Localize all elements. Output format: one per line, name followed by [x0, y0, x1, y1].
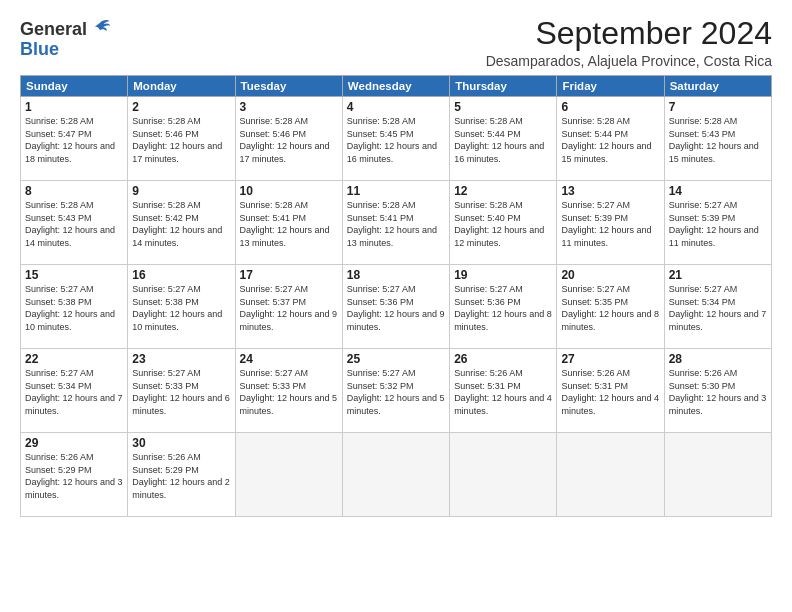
page: General Blue September 2024 Desamparados…: [0, 0, 792, 612]
calendar-cell: 27Sunrise: 5:26 AMSunset: 5:31 PMDayligh…: [557, 349, 664, 433]
day-number: 10: [240, 184, 338, 198]
day-info: Sunrise: 5:26 AMSunset: 5:29 PMDaylight:…: [25, 451, 123, 501]
calendar-week-row: 29Sunrise: 5:26 AMSunset: 5:29 PMDayligh…: [21, 433, 772, 517]
day-number: 11: [347, 184, 445, 198]
day-info: Sunrise: 5:27 AMSunset: 5:35 PMDaylight:…: [561, 283, 659, 333]
calendar-cell: 21Sunrise: 5:27 AMSunset: 5:34 PMDayligh…: [664, 265, 771, 349]
day-info: Sunrise: 5:28 AMSunset: 5:41 PMDaylight:…: [240, 199, 338, 249]
day-info: Sunrise: 5:27 AMSunset: 5:34 PMDaylight:…: [25, 367, 123, 417]
calendar-cell: 2Sunrise: 5:28 AMSunset: 5:46 PMDaylight…: [128, 97, 235, 181]
day-number: 27: [561, 352, 659, 366]
calendar-header-row: Sunday Monday Tuesday Wednesday Thursday…: [21, 76, 772, 97]
day-number: 28: [669, 352, 767, 366]
day-number: 9: [132, 184, 230, 198]
day-info: Sunrise: 5:27 AMSunset: 5:37 PMDaylight:…: [240, 283, 338, 333]
day-number: 20: [561, 268, 659, 282]
day-info: Sunrise: 5:27 AMSunset: 5:32 PMDaylight:…: [347, 367, 445, 417]
calendar-cell: 14Sunrise: 5:27 AMSunset: 5:39 PMDayligh…: [664, 181, 771, 265]
day-info: Sunrise: 5:28 AMSunset: 5:40 PMDaylight:…: [454, 199, 552, 249]
header-friday: Friday: [557, 76, 664, 97]
day-number: 26: [454, 352, 552, 366]
calendar-cell: 7Sunrise: 5:28 AMSunset: 5:43 PMDaylight…: [664, 97, 771, 181]
day-number: 15: [25, 268, 123, 282]
calendar-cell: 10Sunrise: 5:28 AMSunset: 5:41 PMDayligh…: [235, 181, 342, 265]
day-number: 5: [454, 100, 552, 114]
header-saturday: Saturday: [664, 76, 771, 97]
day-number: 16: [132, 268, 230, 282]
calendar-cell: 12Sunrise: 5:28 AMSunset: 5:40 PMDayligh…: [450, 181, 557, 265]
calendar-cell: 15Sunrise: 5:27 AMSunset: 5:38 PMDayligh…: [21, 265, 128, 349]
location-subtitle: Desamparados, Alajuela Province, Costa R…: [486, 53, 772, 69]
calendar-week-row: 22Sunrise: 5:27 AMSunset: 5:34 PMDayligh…: [21, 349, 772, 433]
logo-bird-icon: [89, 17, 111, 39]
day-number: 4: [347, 100, 445, 114]
day-number: 12: [454, 184, 552, 198]
calendar-table: Sunday Monday Tuesday Wednesday Thursday…: [20, 75, 772, 517]
day-number: 1: [25, 100, 123, 114]
day-info: Sunrise: 5:27 AMSunset: 5:36 PMDaylight:…: [454, 283, 552, 333]
day-number: 24: [240, 352, 338, 366]
calendar-week-row: 8Sunrise: 5:28 AMSunset: 5:43 PMDaylight…: [21, 181, 772, 265]
day-info: Sunrise: 5:26 AMSunset: 5:29 PMDaylight:…: [132, 451, 230, 501]
calendar-cell: 26Sunrise: 5:26 AMSunset: 5:31 PMDayligh…: [450, 349, 557, 433]
calendar-cell: 5Sunrise: 5:28 AMSunset: 5:44 PMDaylight…: [450, 97, 557, 181]
calendar-cell: 4Sunrise: 5:28 AMSunset: 5:45 PMDaylight…: [342, 97, 449, 181]
day-info: Sunrise: 5:28 AMSunset: 5:47 PMDaylight:…: [25, 115, 123, 165]
calendar-cell: [450, 433, 557, 517]
header: General Blue September 2024 Desamparados…: [20, 16, 772, 69]
day-info: Sunrise: 5:28 AMSunset: 5:45 PMDaylight:…: [347, 115, 445, 165]
day-number: 3: [240, 100, 338, 114]
day-info: Sunrise: 5:28 AMSunset: 5:46 PMDaylight:…: [132, 115, 230, 165]
day-info: Sunrise: 5:28 AMSunset: 5:41 PMDaylight:…: [347, 199, 445, 249]
day-number: 6: [561, 100, 659, 114]
calendar-cell: 28Sunrise: 5:26 AMSunset: 5:30 PMDayligh…: [664, 349, 771, 433]
day-info: Sunrise: 5:26 AMSunset: 5:31 PMDaylight:…: [561, 367, 659, 417]
day-number: 18: [347, 268, 445, 282]
header-thursday: Thursday: [450, 76, 557, 97]
day-info: Sunrise: 5:28 AMSunset: 5:46 PMDaylight:…: [240, 115, 338, 165]
title-block: September 2024 Desamparados, Alajuela Pr…: [486, 16, 772, 69]
day-number: 7: [669, 100, 767, 114]
day-number: 13: [561, 184, 659, 198]
day-info: Sunrise: 5:26 AMSunset: 5:31 PMDaylight:…: [454, 367, 552, 417]
header-tuesday: Tuesday: [235, 76, 342, 97]
calendar-cell: 24Sunrise: 5:27 AMSunset: 5:33 PMDayligh…: [235, 349, 342, 433]
day-number: 29: [25, 436, 123, 450]
calendar-week-row: 1Sunrise: 5:28 AMSunset: 5:47 PMDaylight…: [21, 97, 772, 181]
calendar-cell: 3Sunrise: 5:28 AMSunset: 5:46 PMDaylight…: [235, 97, 342, 181]
calendar-cell: 20Sunrise: 5:27 AMSunset: 5:35 PMDayligh…: [557, 265, 664, 349]
day-number: 22: [25, 352, 123, 366]
day-info: Sunrise: 5:27 AMSunset: 5:33 PMDaylight:…: [132, 367, 230, 417]
calendar-cell: [342, 433, 449, 517]
day-info: Sunrise: 5:27 AMSunset: 5:39 PMDaylight:…: [669, 199, 767, 249]
calendar-cell: 8Sunrise: 5:28 AMSunset: 5:43 PMDaylight…: [21, 181, 128, 265]
day-info: Sunrise: 5:27 AMSunset: 5:33 PMDaylight:…: [240, 367, 338, 417]
day-number: 21: [669, 268, 767, 282]
calendar-cell: [664, 433, 771, 517]
day-number: 2: [132, 100, 230, 114]
day-info: Sunrise: 5:26 AMSunset: 5:30 PMDaylight:…: [669, 367, 767, 417]
calendar-cell: 19Sunrise: 5:27 AMSunset: 5:36 PMDayligh…: [450, 265, 557, 349]
logo: General Blue: [20, 20, 111, 60]
day-info: Sunrise: 5:28 AMSunset: 5:42 PMDaylight:…: [132, 199, 230, 249]
calendar-cell: 25Sunrise: 5:27 AMSunset: 5:32 PMDayligh…: [342, 349, 449, 433]
day-info: Sunrise: 5:27 AMSunset: 5:38 PMDaylight:…: [132, 283, 230, 333]
calendar-cell: 9Sunrise: 5:28 AMSunset: 5:42 PMDaylight…: [128, 181, 235, 265]
calendar-cell: 29Sunrise: 5:26 AMSunset: 5:29 PMDayligh…: [21, 433, 128, 517]
calendar-week-row: 15Sunrise: 5:27 AMSunset: 5:38 PMDayligh…: [21, 265, 772, 349]
calendar-cell: 16Sunrise: 5:27 AMSunset: 5:38 PMDayligh…: [128, 265, 235, 349]
day-number: 17: [240, 268, 338, 282]
day-info: Sunrise: 5:28 AMSunset: 5:44 PMDaylight:…: [561, 115, 659, 165]
day-number: 25: [347, 352, 445, 366]
day-info: Sunrise: 5:27 AMSunset: 5:38 PMDaylight:…: [25, 283, 123, 333]
calendar-cell: 22Sunrise: 5:27 AMSunset: 5:34 PMDayligh…: [21, 349, 128, 433]
day-info: Sunrise: 5:27 AMSunset: 5:39 PMDaylight:…: [561, 199, 659, 249]
calendar-cell: [235, 433, 342, 517]
header-monday: Monday: [128, 76, 235, 97]
header-wednesday: Wednesday: [342, 76, 449, 97]
calendar-cell: 11Sunrise: 5:28 AMSunset: 5:41 PMDayligh…: [342, 181, 449, 265]
calendar-cell: 1Sunrise: 5:28 AMSunset: 5:47 PMDaylight…: [21, 97, 128, 181]
header-sunday: Sunday: [21, 76, 128, 97]
day-info: Sunrise: 5:27 AMSunset: 5:36 PMDaylight:…: [347, 283, 445, 333]
day-number: 19: [454, 268, 552, 282]
